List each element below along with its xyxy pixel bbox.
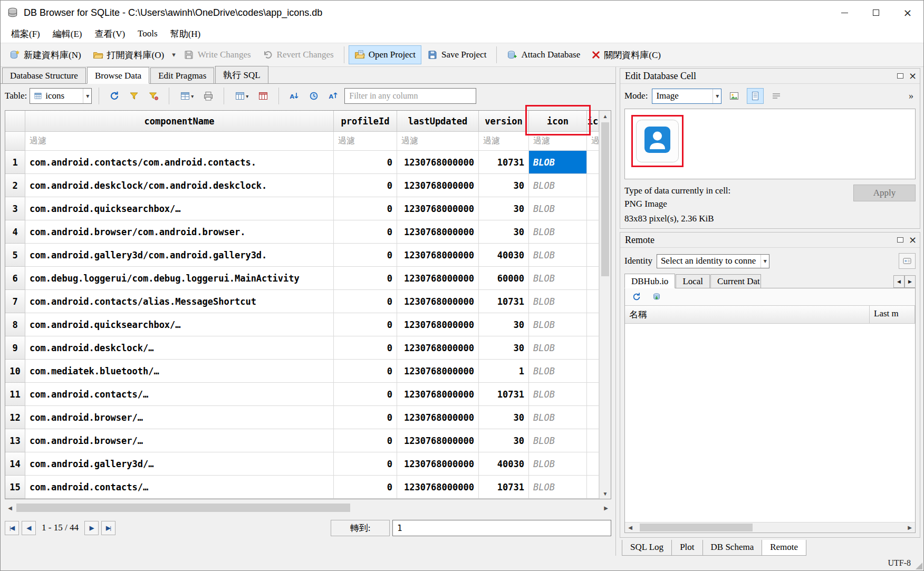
scroll-right-button[interactable]: ▶: [904, 522, 915, 533]
clear-filters-button[interactable]: [126, 88, 142, 104]
cell-componentName[interactable]: com.android.gallery3d/…: [25, 452, 334, 476]
scroll-down-button[interactable]: ▼: [600, 488, 611, 499]
cell-partial[interactable]: [587, 220, 599, 244]
row-number[interactable]: 3: [5, 197, 25, 220]
cell-profileId[interactable]: 0: [334, 452, 397, 476]
cell-profileId[interactable]: 0: [334, 151, 397, 174]
column-header-version[interactable]: version: [479, 111, 529, 132]
filter-partial[interactable]: 過濾: [587, 132, 599, 151]
cell-version[interactable]: 10731: [479, 476, 529, 499]
cell-partial[interactable]: [587, 313, 599, 336]
new-database-button[interactable]: 新建資料庫(N): [4, 45, 87, 65]
cell-componentName[interactable]: com.android.browser/…: [25, 429, 334, 452]
tab-scroll-left-button[interactable]: ◀: [893, 275, 904, 288]
save-project-button[interactable]: Save Project: [421, 45, 492, 64]
cell-profileId[interactable]: 0: [334, 220, 397, 244]
cell-version[interactable]: 10731: [479, 290, 529, 313]
goto-button[interactable]: 轉到:: [331, 520, 390, 536]
cell-componentName[interactable]: com.android.deskclock/com.android.deskcl…: [25, 174, 334, 197]
cell-componentName[interactable]: com.android.quicksearchbox/…: [25, 313, 334, 336]
toolbar-overflow-button[interactable]: »: [907, 91, 916, 102]
cell-partial[interactable]: [587, 197, 599, 220]
cell-lastUpdated[interactable]: 1230768000000: [397, 336, 479, 360]
cell-partial[interactable]: [587, 174, 599, 197]
open-project-button[interactable]: Open Project: [349, 45, 421, 64]
filter-profileId[interactable]: 過濾: [334, 132, 397, 151]
open-database-dropdown[interactable]: ▾: [170, 47, 178, 63]
filter-icon-column[interactable]: 過濾: [529, 132, 587, 151]
column-header-profileId[interactable]: profileId: [334, 111, 397, 132]
insert-record-button[interactable]: ▾: [176, 88, 197, 104]
filter-any-column-input[interactable]: [344, 88, 476, 104]
cell-icon[interactable]: BLOB: [529, 244, 587, 267]
last-page-button[interactable]: ▶|: [101, 521, 116, 535]
dock-float-icon[interactable]: [897, 73, 903, 79]
cell-lastUpdated[interactable]: 1230768000000: [397, 476, 479, 499]
table-row[interactable]: 6 com.debug.loggerui/com.debug.loggerui.…: [5, 267, 599, 290]
cell-profileId[interactable]: 0: [334, 313, 397, 336]
cell-partial[interactable]: [587, 336, 599, 360]
write-changes-button[interactable]: Write Changes: [178, 45, 257, 64]
cell-partial[interactable]: [587, 383, 599, 406]
sort-desc-button[interactable]: A: [325, 88, 342, 104]
vertical-scrollbar[interactable]: ▲ ▼: [599, 111, 611, 499]
cell-componentName[interactable]: com.android.quicksearchbox/…: [25, 197, 334, 220]
cell-icon[interactable]: BLOB: [529, 383, 587, 406]
manage-identities-button[interactable]: [899, 253, 916, 269]
tab-db-schema[interactable]: DB Schema: [702, 540, 763, 556]
close-button[interactable]: ×: [892, 1, 923, 25]
cell-profileId[interactable]: 0: [334, 383, 397, 406]
cell-version[interactable]: 10731: [479, 151, 529, 174]
cell-version[interactable]: 30: [479, 406, 529, 429]
column-header-partial[interactable]: ic: [587, 111, 599, 132]
cell-icon[interactable]: BLOB: [529, 290, 587, 313]
vertical-scroll-thumb[interactable]: [601, 122, 609, 276]
cell-partial[interactable]: [587, 267, 599, 290]
horizontal-scroll-track[interactable]: [15, 502, 601, 514]
row-number[interactable]: 8: [5, 313, 25, 336]
cell-profileId[interactable]: 0: [334, 244, 397, 267]
row-number[interactable]: 11: [5, 383, 25, 406]
dock-float-icon[interactable]: [897, 237, 903, 243]
cell-partial[interactable]: [587, 244, 599, 267]
next-page-button[interactable]: ▶: [84, 521, 99, 535]
table-row[interactable]: 5 com.android.gallery3d/com.android.gall…: [5, 244, 599, 267]
row-number[interactable]: 15: [5, 476, 25, 499]
tab-sql-log[interactable]: SQL Log: [622, 540, 672, 556]
scroll-left-button[interactable]: ◀: [625, 522, 636, 533]
cell-profileId[interactable]: 0: [334, 174, 397, 197]
menu-edit[interactable]: 編輯(E): [46, 26, 89, 42]
cell-partial[interactable]: [587, 360, 599, 383]
cell-profileId[interactable]: 0: [334, 476, 397, 499]
cell-componentName[interactable]: com.android.contacts/alias.MessageShortc…: [25, 290, 334, 313]
row-number[interactable]: 13: [5, 429, 25, 452]
table-row[interactable]: 3 com.android.quicksearchbox/… 0 1230768…: [5, 197, 599, 220]
cell-icon[interactable]: BLOB: [529, 406, 587, 429]
cell-icon[interactable]: BLOB: [529, 220, 587, 244]
cell-lastUpdated[interactable]: 1230768000000: [397, 452, 479, 476]
cell-profileId[interactable]: 0: [334, 429, 397, 452]
cell-icon[interactable]: BLOB: [529, 174, 587, 197]
horizontal-scroll-thumb[interactable]: [16, 504, 350, 512]
cell-profileId[interactable]: 0: [334, 267, 397, 290]
word-wrap-button[interactable]: [768, 88, 785, 104]
table-row[interactable]: 4 com.android.browser/com.android.browse…: [5, 220, 599, 244]
table-row[interactable]: 14 com.android.gallery3d/… 0 12307680000…: [5, 452, 599, 476]
cell-componentName[interactable]: com.debug.loggerui/com.debug.loggerui.Ma…: [25, 267, 334, 290]
horizontal-scrollbar[interactable]: ◀ ▶: [5, 502, 611, 514]
tab-browse-data[interactable]: Browse Data: [87, 67, 149, 84]
cell-componentName[interactable]: com.android.gallery3d/com.android.galler…: [25, 244, 334, 267]
scroll-right-button[interactable]: ▶: [601, 502, 611, 514]
menu-tools[interactable]: Tools: [131, 26, 164, 41]
record-jump-button[interactable]: [305, 88, 322, 104]
scroll-up-button[interactable]: ▲: [600, 111, 611, 121]
cell-version[interactable]: 30: [479, 174, 529, 197]
cell-icon[interactable]: BLOB: [529, 452, 587, 476]
table-select[interactable]: icons ▾: [30, 88, 92, 104]
table-row[interactable]: 9 com.android.deskclock/… 0 123076800000…: [5, 336, 599, 360]
row-number[interactable]: 1: [5, 151, 25, 174]
remote-column-name[interactable]: 名稱: [625, 306, 870, 324]
import-data-button[interactable]: [726, 88, 743, 104]
cell-componentName[interactable]: com.android.deskclock/…: [25, 336, 334, 360]
menu-view[interactable]: 查看(V): [89, 26, 132, 42]
